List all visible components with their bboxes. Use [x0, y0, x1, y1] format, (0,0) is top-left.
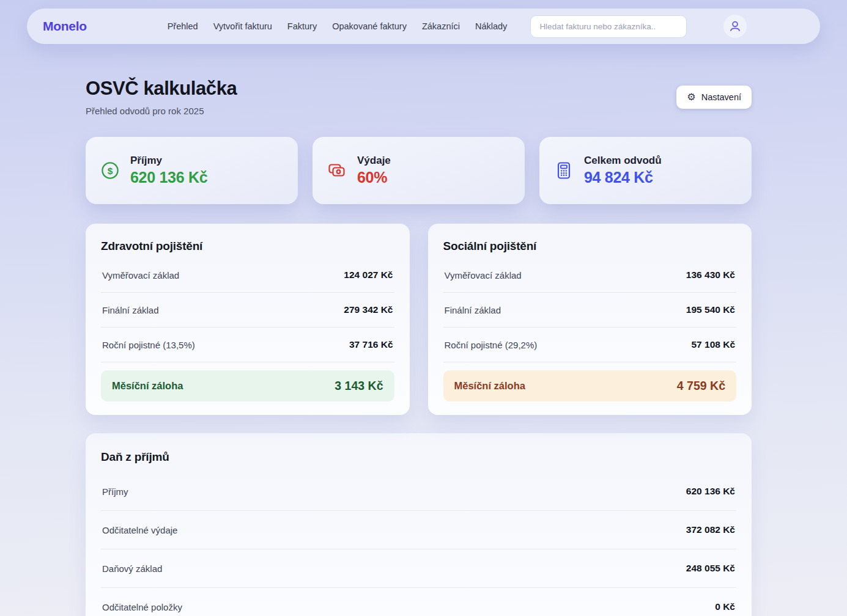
income-summary-card: $ Příjmy 620 136 Kč: [86, 137, 298, 204]
gear-icon: ⚙: [687, 92, 695, 102]
summary-value: 620 136 Kč: [130, 169, 207, 186]
table-row: Vyměřovací základ 124 027 Kč: [101, 258, 394, 293]
table-row: Finální základ 279 342 Kč: [101, 293, 394, 328]
summary-label: Příjmy: [130, 155, 207, 167]
nav-item-zakaznici[interactable]: Zákazníci: [422, 18, 460, 35]
summary-cards: $ Příjmy 620 136 Kč Výdaje 60%: [86, 137, 752, 204]
summary-value: 94 824 Kč: [584, 169, 662, 186]
user-icon: [728, 20, 742, 33]
row-value: 37 716 Kč: [349, 339, 393, 350]
summary-label: Výdaje: [357, 155, 391, 167]
table-row: Odčitatelné položky 0 Kč: [101, 588, 736, 616]
highlight-value: 3 143 Kč: [335, 379, 383, 393]
insurance-section: Zdravotní pojištění Vyměřovací základ 12…: [86, 224, 752, 415]
main-content: OSVČ kalkulačka Přehled odvodů pro rok 2…: [86, 78, 752, 616]
dollar-circle-icon: $: [100, 161, 120, 180]
settings-button[interactable]: ⚙ Nastavení: [676, 86, 752, 109]
svg-text:$: $: [108, 166, 113, 176]
nav-item-naklady[interactable]: Náklady: [475, 18, 507, 35]
total-levies-summary-card: Celkem odvodů 94 824 Kč: [539, 137, 752, 204]
row-label: Daňový základ: [102, 563, 162, 574]
row-value: 620 136 Kč: [686, 486, 735, 497]
social-insurance-card: Sociální pojištění Vyměřovací základ 136…: [428, 224, 752, 415]
row-label: Finální základ: [445, 305, 501, 315]
row-label: Příjmy: [102, 486, 128, 497]
card-title: Zdravotní pojištění: [101, 240, 394, 253]
row-label: Roční pojistné (29,2%): [445, 340, 538, 350]
table-row: Finální základ 195 540 Kč: [443, 293, 737, 328]
table-row: Vyměřovací základ 136 430 Kč: [443, 258, 737, 293]
row-value: 372 082 Kč: [686, 524, 735, 535]
row-label: Finální základ: [102, 305, 159, 315]
table-row: Odčitatelné výdaje 372 082 Kč: [101, 511, 736, 549]
nav-item-vytvorit-fakturu[interactable]: Vytvořit fakturu: [213, 18, 272, 35]
row-value: 0 Kč: [715, 601, 735, 612]
health-insurance-card: Zdravotní pojištění Vyměřovací základ 12…: [86, 224, 410, 415]
highlight-label: Měsíční záloha: [454, 380, 525, 392]
row-value: 279 342 Kč: [344, 304, 393, 315]
page-header: OSVČ kalkulačka Přehled odvodů pro rok 2…: [86, 78, 752, 116]
table-row: Roční pojistné (29,2%) 57 108 Kč: [443, 328, 737, 362]
income-tax-card: Daň z příjmů Příjmy 620 136 Kč Odčitatel…: [86, 433, 752, 616]
table-row: Daňový základ 248 055 Kč: [101, 549, 736, 588]
avatar-button[interactable]: [723, 15, 747, 38]
banknotes-icon: [327, 161, 347, 180]
summary-value: 60%: [357, 169, 391, 186]
brand-logo[interactable]: Monelo: [43, 19, 87, 34]
search-input[interactable]: [530, 15, 687, 38]
nav-item-faktury[interactable]: Faktury: [287, 18, 317, 35]
expenses-summary-card: Výdaje 60%: [313, 137, 525, 204]
table-row: Příjmy 620 136 Kč: [101, 472, 736, 511]
top-navbar: Monelo Přehled Vytvořit fakturu Faktury …: [27, 9, 820, 44]
highlight-value: 4 759 Kč: [677, 379, 725, 393]
page-title: OSVČ kalkulačka: [86, 78, 237, 100]
row-label: Vyměřovací základ: [102, 270, 179, 280]
nav-item-opakovane-faktury[interactable]: Opakované faktury: [332, 18, 407, 35]
row-value: 136 430 Kč: [686, 270, 735, 280]
page-subtitle: Přehled odvodů pro rok 2025: [86, 106, 237, 116]
row-value: 57 108 Kč: [691, 339, 735, 350]
monthly-advance-row: Měsíční záloha 3 143 Kč: [101, 370, 394, 402]
row-label: Roční pojistné (13,5%): [102, 340, 195, 350]
row-value: 195 540 Kč: [686, 304, 735, 315]
highlight-label: Měsíční záloha: [112, 380, 183, 392]
nav-item-prehled[interactable]: Přehled: [168, 18, 198, 35]
row-label: Odčitatelné výdaje: [102, 525, 177, 535]
settings-button-label: Nastavení: [701, 92, 741, 102]
row-value: 124 027 Kč: [344, 270, 393, 280]
page-heading-block: OSVČ kalkulačka Přehled odvodů pro rok 2…: [86, 78, 237, 116]
row-label: Odčitatelné položky: [102, 602, 182, 612]
summary-label: Celkem odvodů: [584, 155, 662, 167]
card-title: Sociální pojištění: [443, 240, 737, 253]
nav-menu: Přehled Vytvořit fakturu Faktury Opakova…: [168, 18, 508, 35]
row-value: 248 055 Kč: [686, 563, 735, 574]
monthly-advance-row: Měsíční záloha 4 759 Kč: [443, 370, 737, 402]
calculator-icon: [554, 161, 574, 180]
table-row: Roční pojistné (13,5%) 37 716 Kč: [101, 328, 394, 362]
row-label: Vyměřovací základ: [445, 270, 522, 280]
card-title: Daň z příjmů: [101, 450, 736, 464]
